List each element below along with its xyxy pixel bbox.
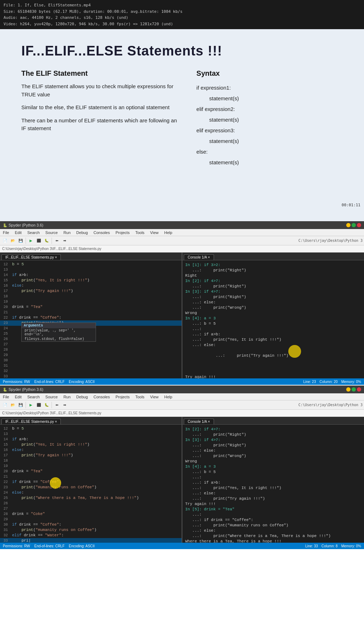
b-code-line-22: 22 if drink == "Coffee":	[0, 479, 182, 485]
bottom-close-button[interactable]	[357, 387, 361, 392]
top-ide-titlebar: 🐍 Spyder (Python 3.6)	[0, 221, 364, 229]
b-console-line-20: ...:	[185, 512, 361, 517]
b-console-line-8: Wrong	[185, 459, 361, 464]
bottom-toolbar-forward[interactable]: ➡	[61, 402, 68, 409]
bottom-titlebar-left: 🐍 Spyder (Python 3.6)	[3, 387, 43, 392]
close-button[interactable]	[357, 223, 361, 227]
slide-section: IF...ELIF...ELSE Statements !!! The ELIF…	[0, 29, 364, 221]
menu-file[interactable]: File	[0, 230, 12, 235]
bottom-panes: IF...ELIF...ELSE Statements.py × 12b = 5…	[0, 417, 364, 543]
bottom-minimize-button[interactable]	[346, 387, 350, 392]
code-line-17: 17 print("Try again !!!")	[0, 288, 182, 294]
status-encoding: Encoding: ASCII	[69, 380, 95, 384]
menu-consoles[interactable]: Consoles	[91, 230, 113, 235]
top-console-tab[interactable]: Console 1/A ×	[184, 254, 214, 260]
bottom-status-right: Line: 33 Column: 8 Memory: 0%	[305, 544, 361, 548]
menu-view[interactable]: View	[147, 230, 161, 235]
menu-search[interactable]: Search	[25, 230, 43, 235]
bottom-menu-view[interactable]: View	[147, 394, 161, 400]
b-console-line-15: ...: else:	[185, 491, 361, 496]
console-line-20: ...: print("Try again !!!")	[185, 348, 361, 374]
toolbar-back[interactable]: ⬅	[53, 237, 60, 244]
toolbar-forward[interactable]: ➡	[61, 237, 68, 244]
bottom-toolbar-open[interactable]: 📂	[9, 402, 16, 409]
b-console-line-12: ...:	[185, 475, 361, 480]
bottom-toolbar-path: C:\Users\rjay\Desktop\Python 3	[298, 403, 363, 407]
bottom-editor-tab[interactable]: IF...ELIF...ELSE Statements.py ×	[1, 419, 61, 424]
b-code-line-14: 14if a>b:	[0, 437, 182, 442]
ac-item-2[interactable]: filesys.stdout, flush=False)	[22, 337, 96, 341]
bottom-menubar: File Edit Search Source Run Debug Consol…	[0, 393, 364, 400]
bottom-menu-search[interactable]: Search	[25, 394, 43, 400]
menu-tools[interactable]: Tools	[133, 230, 148, 235]
maximize-button[interactable]	[352, 223, 356, 227]
top-console-area[interactable]: In [1]: if 3>2: ...: print("Right") Righ…	[182, 260, 364, 378]
autocomplete-popup[interactable]: Arguments print(value, ., sep=' ', end='…	[21, 323, 96, 342]
bottom-toolbar-debug[interactable]: 🐛	[43, 402, 50, 409]
bottom-console-tab[interactable]: Console 1/A ×	[184, 419, 214, 424]
code-line-33: 33	[0, 374, 182, 378]
code-line-14: 14if a>b:	[0, 272, 182, 278]
minimize-button[interactable]	[346, 223, 350, 227]
toolbar-open[interactable]: 📂	[9, 237, 16, 244]
bottom-status-col: Column: 8	[321, 544, 338, 548]
bottom-status-line: Line: 33	[305, 544, 318, 548]
menu-projects[interactable]: Projects	[113, 230, 133, 235]
status-memory: Memory: 0%	[341, 380, 361, 384]
toolbar-path: C:\Users\rjay\Desktop\Python 3	[298, 239, 363, 243]
bottom-toolbar-stop[interactable]: ⬛	[35, 402, 42, 409]
bottom-menu-debug[interactable]: Debug	[74, 394, 91, 400]
toolbar-save[interactable]: 💾	[17, 237, 24, 244]
top-code-area[interactable]: 12b = 5 13 14if a>b: 15 print("Yes, It i…	[0, 260, 182, 378]
toolbar-debug[interactable]: 🐛	[43, 237, 50, 244]
bottom-menu-edit[interactable]: Edit	[12, 394, 25, 400]
b-console-line-13: ...: if a>b:	[185, 480, 361, 485]
bottom-toolbar-run[interactable]: ▶	[27, 402, 34, 409]
bottom-menu-file[interactable]: File	[0, 394, 12, 400]
bottom-path-text: C:\Users\rjay\Desktop\Python 3\IF...ELIF…	[2, 411, 101, 415]
bottom-toolbar-sep-1	[26, 402, 26, 408]
bottom-menu-projects[interactable]: Projects	[113, 394, 133, 400]
status-right: Line: 23 Column: 20 Memory: 0%	[303, 380, 361, 384]
video-video: Video: h264, yuv420p, 1280x720, 946 kb/s…	[4, 21, 360, 27]
console-line-1: In [1]: if 3>2:	[185, 262, 361, 268]
code-line-15: 15 print("Yes, It is right !!!")	[0, 278, 182, 283]
video-info: File: 1. If, Else, ElifStatements.mp4 Si…	[0, 0, 364, 29]
bottom-spyder-icon: 🐍	[3, 388, 7, 392]
titlebar-controls	[346, 223, 361, 227]
bottom-menu-consoles[interactable]: Consoles	[91, 394, 113, 400]
bottom-code-area[interactable]: 12b = 5 13 14if a>b: 15 print("Yes, It i…	[0, 425, 182, 543]
bottom-console-area[interactable]: In [2]: if 4>7: ...: print("Right") In […	[182, 425, 364, 543]
toolbar-run[interactable]: ▶	[27, 237, 34, 244]
b-code-line-13: 13	[0, 431, 182, 437]
bottom-menu-run[interactable]: Run	[60, 394, 73, 400]
menu-run[interactable]: Run	[60, 230, 73, 235]
b-code-line-31: 31 print("Humanity runs on Coffee")	[0, 527, 182, 533]
bottom-toolbar-new[interactable]: 📄	[1, 402, 9, 409]
bottom-toolbar: 📄 📂 💾 ▶ ⬛ 🐛 ⬅ ➡ C:\Users\rjay\Desktop\Py…	[0, 400, 364, 410]
b-code-line-25: 25 print("Where there is a Tea, There is…	[0, 495, 182, 501]
ac-item-1[interactable]: print(value, ., sep=' ', end='\n',	[22, 328, 96, 337]
console-line-21: Try again !!!	[185, 374, 361, 378]
bottom-status-left: Permissions: RW End-of-lines: CRLF Encod…	[3, 544, 95, 548]
code-line-30: 30	[0, 358, 182, 363]
menu-help[interactable]: Help	[161, 230, 175, 235]
bottom-menu-tools[interactable]: Tools	[133, 394, 148, 400]
bottom-menu-help[interactable]: Help	[161, 394, 175, 400]
bottom-toolbar-back[interactable]: ⬅	[53, 402, 60, 409]
b-code-line-27: 27	[0, 506, 182, 511]
menu-edit[interactable]: Edit	[12, 230, 25, 235]
bottom-toolbar-save[interactable]: 💾	[17, 402, 24, 409]
toolbar-stop[interactable]: ⬛	[35, 237, 42, 244]
menu-source[interactable]: Source	[43, 230, 61, 235]
bottom-menu-source[interactable]: Source	[43, 394, 61, 400]
syntax-line-4: statement(s)	[197, 115, 343, 125]
b-code-line-30: 30if drink == "Coffee":	[0, 522, 182, 527]
code-line-20: 20drink = "Tea"	[0, 304, 182, 310]
status-line: Line: 23	[303, 380, 316, 384]
bottom-maximize-button[interactable]	[352, 387, 356, 392]
b-code-line-17: 17 print("Try again !!!")	[0, 453, 182, 458]
top-editor-tab[interactable]: IF...ELIF...ELSE Statements.py ×	[1, 254, 61, 260]
menu-debug[interactable]: Debug	[74, 230, 91, 235]
toolbar-new[interactable]: 📄	[1, 237, 9, 244]
